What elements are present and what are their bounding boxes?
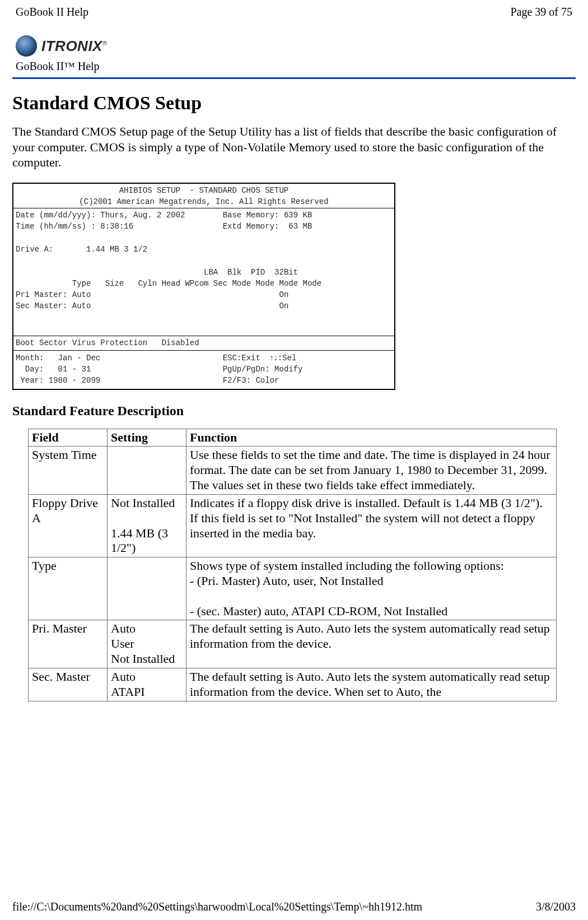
brand-logo: ITRONIX®	[16, 35, 576, 57]
th-field: Field	[29, 429, 108, 447]
table-row: Type Shows type of system installed incl…	[29, 557, 557, 620]
updown-arrow-icon: ↑↓	[270, 353, 278, 362]
cell-setting	[108, 557, 186, 620]
bios-body-2: Boot Sector Virus Protection Disabled	[13, 336, 394, 350]
intro-paragraph: The Standard CMOS Setup page of the Setu…	[12, 124, 576, 170]
bios-body-1: Date (mm/dd/yyy): Thurs, Aug. 2 2002 Bas…	[13, 208, 394, 336]
page-header: GoBook II Help Page 39 of 75	[12, 6, 576, 18]
th-function: Function	[186, 429, 557, 447]
doc-title: GoBook II Help	[16, 6, 88, 18]
footer-path: file://C:\Documents%20and%20Settings\har…	[12, 900, 422, 913]
cell-field: Sec. Master	[29, 668, 108, 701]
feature-table: Field Setting Function System Time Use t…	[28, 429, 557, 701]
cell-function: Indicates if a floppy disk drive is inst…	[186, 494, 557, 557]
cell-function: The default setting is Auto. Auto lets t…	[186, 668, 557, 701]
table-row: Pri. Master Auto User Not Installed The …	[29, 620, 557, 668]
divider	[12, 77, 576, 79]
page-title: Standard CMOS Setup	[12, 92, 576, 114]
cell-function: Shows type of system installed including…	[186, 557, 557, 620]
table-row: Floppy Drive A Not Installed 1.44 MB (3 …	[29, 494, 557, 557]
globe-icon	[16, 35, 37, 57]
cell-function: The default setting is Auto. Auto lets t…	[186, 620, 557, 668]
cell-setting	[108, 447, 186, 494]
cell-field: Floppy Drive A	[29, 494, 108, 557]
page-number: Page 39 of 75	[510, 6, 572, 18]
bios-setup-screenshot: AHIBIOS SETUP - STANDARD CHOS SETUP (C)2…	[12, 183, 395, 390]
table-header-row: Field Setting Function	[29, 429, 557, 447]
footer-date: 3/8/2003	[536, 900, 576, 913]
cell-setting: Auto ATAPI	[108, 668, 186, 701]
cell-field: Type	[29, 557, 108, 620]
cell-field: Pri. Master	[29, 620, 108, 668]
brand-name: ITRONIX®	[41, 38, 108, 55]
cell-setting: Auto User Not Installed	[108, 620, 186, 668]
cell-field: System Time	[29, 447, 108, 494]
page-footer: file://C:\Documents%20and%20Settings\har…	[12, 900, 576, 913]
th-setting: Setting	[108, 429, 186, 447]
cell-function: Use these fields to set the time and dat…	[186, 447, 557, 494]
brand-subtitle: GoBook II™ Help	[16, 60, 576, 73]
cell-setting: Not Installed 1.44 MB (3 1/2")	[108, 494, 186, 557]
table-row: System Time Use these fields to set the …	[29, 447, 557, 494]
section-heading: Standard Feature Description	[12, 403, 576, 419]
bios-body-3: Month: Jan - Dec ESC:Exit ↑↓:Sel Day: 01…	[13, 351, 394, 388]
bios-header: AHIBIOS SETUP - STANDARD CHOS SETUP (C)2…	[13, 184, 394, 208]
table-row: Sec. Master Auto ATAPI The default setti…	[29, 668, 557, 701]
